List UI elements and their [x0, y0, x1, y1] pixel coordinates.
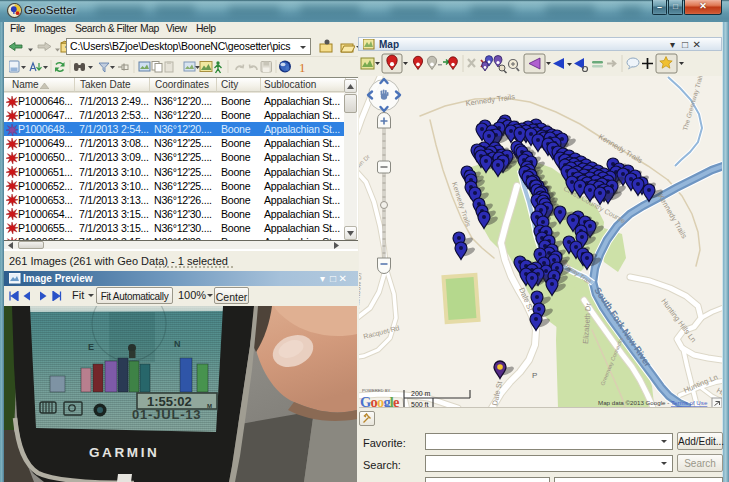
svg-text:Map data ©2013 Google - Terms: Map data ©2013 Google - Terms of Use [598, 399, 708, 406]
svg-text:Google: Google [360, 394, 400, 408]
svg-text:P: P [532, 371, 537, 380]
svg-text:1: 1 [299, 60, 306, 75]
svg-text:E: E [88, 342, 94, 352]
svg-text:01-JUL-13: 01-JUL-13 [132, 407, 201, 422]
svg-text:200 m: 200 m [411, 390, 431, 397]
svg-text:POWERED BY: POWERED BY [362, 388, 391, 393]
svg-text:GARMIN: GARMIN [89, 445, 159, 460]
svg-text:M: M [207, 403, 212, 409]
svg-text:500 ft: 500 ft [411, 401, 429, 408]
svg-text:N: N [174, 339, 181, 349]
